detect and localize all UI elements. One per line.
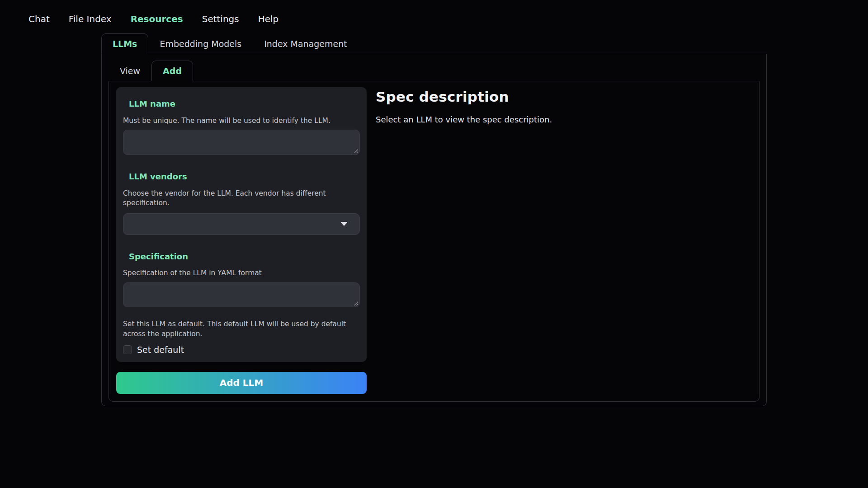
tab-index-management[interactable]: Index Management: [253, 33, 359, 54]
set-default-checkbox[interactable]: [123, 345, 132, 354]
spec-description-body: Select an LLM to view the spec descripti…: [376, 115, 752, 124]
tab-embedding-models[interactable]: Embedding Models: [148, 33, 253, 54]
resource-tabs: LLMs Embedding Models Index Management: [101, 33, 767, 54]
nav-item-chat[interactable]: Chat: [19, 11, 59, 27]
add-llm-button[interactable]: Add LLM: [116, 372, 367, 394]
llm-vendors-label: LLM vendors: [129, 172, 360, 182]
llm-vendors-dropdown[interactable]: [123, 213, 360, 235]
subtab-add[interactable]: Add: [151, 61, 193, 81]
resources-tab-group: LLMs Embedding Models Index Management V…: [101, 33, 767, 406]
nav-item-help[interactable]: Help: [249, 11, 288, 27]
top-navigation: Chat File Index Resources Settings Help: [0, 0, 868, 33]
llms-subtabs: View Add: [108, 61, 760, 81]
llm-vendors-description: Choose the vendor for the LLM. Each vend…: [123, 189, 360, 208]
tab-llms[interactable]: LLMs: [101, 33, 148, 54]
add-llm-panel: LLM name Must be unique. The name will b…: [108, 81, 760, 402]
specification-description: Specification of the LLM in YAML format: [123, 268, 360, 278]
specification-label: Specification: [129, 252, 360, 262]
add-llm-form-column: LLM name Must be unique. The name will b…: [116, 87, 367, 394]
specification-input[interactable]: [123, 283, 359, 307]
llm-name-input[interactable]: [123, 130, 359, 155]
llm-name-input-wrap: [123, 130, 360, 155]
dropdown-arrow-icon: [340, 222, 348, 226]
add-llm-form-card: LLM name Must be unique. The name will b…: [116, 87, 367, 362]
set-default-description: Set this LLM as default. This default LL…: [123, 319, 360, 339]
llms-tab-panel: View Add LLM name Must be unique. The na…: [101, 54, 767, 406]
spec-description-title: Spec description: [376, 89, 752, 105]
nav-item-resources[interactable]: Resources: [121, 11, 193, 27]
specification-input-wrap: [123, 282, 360, 307]
nav-item-file-index[interactable]: File Index: [59, 11, 121, 27]
nav-item-settings[interactable]: Settings: [193, 11, 249, 27]
spec-description-panel: Spec description Select an LLM to view t…: [376, 87, 752, 124]
subtab-view[interactable]: View: [108, 61, 151, 81]
llm-name-description: Must be unique. The name will be used to…: [123, 116, 360, 126]
llm-name-label: LLM name: [129, 99, 360, 109]
set-default-label: Set default: [137, 345, 184, 355]
set-default-row[interactable]: Set default: [123, 345, 360, 355]
